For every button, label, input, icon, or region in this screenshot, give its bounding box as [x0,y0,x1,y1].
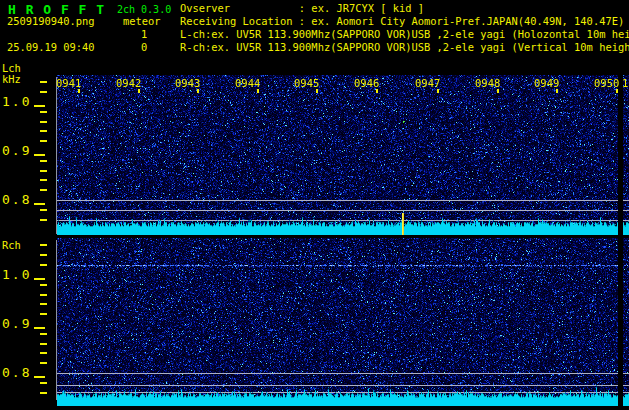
freq-tick-label: 0.8 [2,193,31,206]
freq-minor-tick [40,392,47,394]
time-label: 0948 [475,78,500,89]
freq-major-tick [34,327,45,329]
observer-line: Ovserver : ex. JR7CYX [ kid ] [180,3,424,13]
lch-axis-caption: Lch [2,63,21,73]
rch-receiver-line: R-ch:ex. UV5R 113.900Mhz(SAPPORO VOR)USB… [180,42,629,52]
lch-plot-border [56,77,57,234]
freq-minor-tick [40,140,47,142]
time-minute-tick [316,89,318,93]
freq-major-tick [34,376,45,378]
freq-minor-tick [40,294,47,296]
khz-unit-caption: kHz [2,74,21,84]
time-label: 0944 [235,78,260,89]
freq-minor-tick [40,189,47,191]
rch-axis-caption: Rch [2,240,21,250]
freq-major-tick [34,105,45,107]
freq-minor-tick [40,91,47,93]
freq-minor-tick [40,303,47,305]
time-label: 0946 [354,78,379,89]
time-minute-tick [497,89,499,93]
freq-minor-tick [40,121,47,123]
freq-minor-tick [40,362,47,364]
time-minute-tick [376,89,378,93]
freq-tick-label: 1.0 [2,268,31,281]
lch-meteor-count: 1 [141,29,147,39]
freq-minor-tick [40,209,47,211]
time-minute-tick [556,89,558,93]
freq-minor-tick [40,179,47,181]
rch-plot-border [56,240,57,400]
freq-minor-tick [40,219,47,221]
time-minute-tick [437,89,439,93]
time-label: 0941 [56,78,81,89]
time-label: 0949 [534,78,559,89]
freq-minor-tick [40,343,47,345]
freq-minor-tick [40,313,47,315]
freq-minor-tick [40,81,47,83]
time-minute-tick [78,89,80,93]
freq-tick-label: 1.0 [2,95,31,108]
freq-major-tick [34,154,45,156]
lch-spectrogram [57,75,629,235]
lch-receiver-line: L-ch:ex. UV5R 113.900Mhz(SAPPORO VOR)USB… [180,29,629,39]
freq-minor-tick [40,254,47,256]
freq-minor-tick [40,352,47,354]
time-minute-tick [257,89,259,93]
freq-minor-tick [40,130,47,132]
time-label: 0942 [116,78,141,89]
freq-minor-tick [40,264,47,266]
freq-minor-tick [40,111,47,113]
time-label: 10 [622,78,629,89]
mode-label: meteor [123,16,161,26]
time-label: 0945 [294,78,319,89]
freq-major-tick [34,203,45,205]
time-label: 0943 [175,78,200,89]
freq-major-tick [34,278,45,280]
rch-spectrogram [57,238,629,406]
time-label: 0947 [415,78,440,89]
app-version: 2ch 0.3.0 [117,5,171,15]
freq-minor-tick [40,333,47,335]
rch-meteor-count: 0 [141,42,147,52]
output-filename: 2509190940.png [7,16,95,26]
freq-minor-tick [40,382,47,384]
freq-minor-tick [40,160,47,162]
location-line: Receiving Location : ex. Aomori City Aom… [180,16,624,26]
freq-minor-tick [40,244,47,246]
freq-tick-label: 0.8 [2,366,31,379]
freq-minor-tick [40,284,47,286]
freq-tick-label: 0.9 [2,144,31,157]
time-label: 0950 [594,78,619,89]
freq-tick-label: 0.9 [2,317,31,330]
hrofft-spectrogram-image: H R O F F T 2ch 0.3.0 2509190940.png met… [0,0,629,410]
time-minute-tick [616,89,618,93]
observation-datetime: 25.09.19 09:40 [7,42,95,52]
time-minute-tick [197,89,199,93]
time-minute-tick [138,89,140,93]
freq-minor-tick [40,170,47,172]
